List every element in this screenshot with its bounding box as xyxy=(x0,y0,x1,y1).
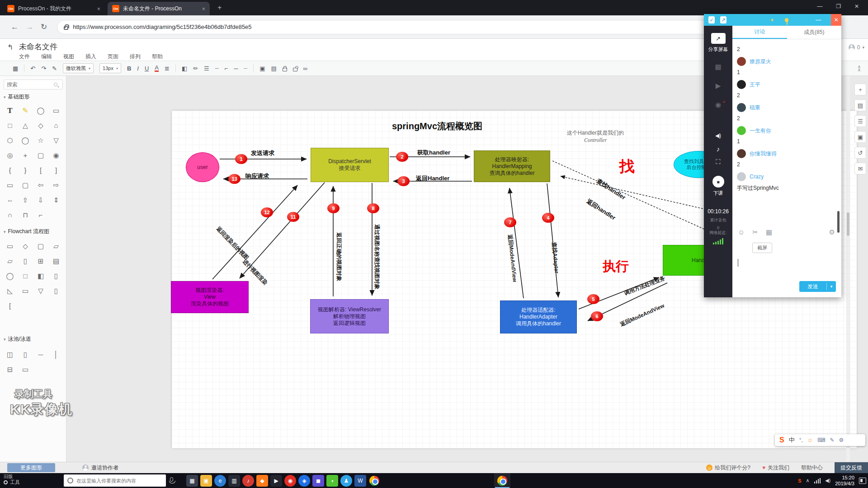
shape-cell[interactable]: T xyxy=(2,103,18,118)
font-family-select[interactable]: 微软雅黑 ▾ xyxy=(63,63,94,73)
diagram-node-dispatcherservlet[interactable]: DispatcherServlet接受请求 xyxy=(311,148,389,182)
shape-cell[interactable]: } xyxy=(18,163,33,178)
shape-cell[interactable]: □ xyxy=(18,268,33,283)
chat-message-list[interactable]: 2燎原星火1王平2稳重2一生有你1你懂我懂得2Crazy手写过SpringMvc xyxy=(732,41,837,224)
step-circle[interactable]: 7 xyxy=(504,217,516,227)
lock-icon[interactable] xyxy=(283,68,287,71)
keyboard-icon[interactable]: ⌨ xyxy=(817,437,825,443)
send-to-back-icon[interactable]: ▤ xyxy=(271,65,277,72)
unlock-icon[interactable] xyxy=(293,68,297,71)
underline-icon[interactable]: U xyxy=(145,65,149,72)
emoji-icon[interactable]: ☺ xyxy=(738,228,745,236)
step-circle[interactable]: 5 xyxy=(587,294,599,304)
menu-arrange[interactable]: 排列 xyxy=(130,53,141,61)
send-button[interactable]: 发送 ▾ xyxy=(799,281,836,292)
taskbar-app-thunder[interactable]: ◈ xyxy=(298,475,310,487)
taskbar-app-store[interactable]: ▥ xyxy=(228,475,240,487)
format-painter-icon[interactable]: ✎ xyxy=(52,65,57,72)
diagram-node-handleradapter[interactable]: 处理器适配器:HandlerAdapter调用具体的handler xyxy=(500,300,577,333)
ime-mode-indicator[interactable]: 中 xyxy=(789,436,795,444)
pages-panel-icon[interactable]: ▣ xyxy=(854,131,866,143)
taskbar-app-chrome-active[interactable] xyxy=(494,473,510,488)
shape-cell[interactable]: ◯ xyxy=(33,103,48,118)
shape-cell[interactable]: □ xyxy=(2,118,18,133)
windows-search-box[interactable] xyxy=(64,474,166,487)
line-color-icon[interactable]: ✏ xyxy=(193,65,198,72)
volume-icon[interactable]: ◀) xyxy=(825,478,830,483)
chat-settings-gear-icon[interactable]: ⚙ xyxy=(829,228,835,236)
window-close-button[interactable]: ✕ xyxy=(854,3,859,9)
action-center-icon[interactable] xyxy=(859,478,866,484)
dashed-line-icon[interactable]: ┈ xyxy=(244,65,247,72)
comment-panel-icon[interactable]: ✉ xyxy=(854,163,866,174)
shape-cell[interactable]: ◎ xyxy=(2,148,18,163)
shape-search-input[interactable] xyxy=(7,81,52,88)
section-pool-lane[interactable]: ▾ 泳池/泳道 xyxy=(4,335,31,343)
tray-chevron-icon[interactable]: ∧ xyxy=(806,478,809,483)
shape-cell[interactable]: ▽ xyxy=(48,133,64,148)
taskbar-app-jd[interactable]: ◉ xyxy=(284,475,296,487)
shape-cell[interactable]: ⇧ xyxy=(18,192,33,207)
invite-collaborator-button[interactable]: 邀请协作者 xyxy=(82,464,118,472)
image-icon[interactable]: ▦ xyxy=(766,228,772,236)
camera-button[interactable]: ◉ xyxy=(704,101,732,109)
shape-cell[interactable]: ] xyxy=(48,163,64,178)
chat-username[interactable]: Crazy xyxy=(750,174,764,180)
solid-line-icon[interactable]: ─ xyxy=(234,65,238,72)
shape-cell[interactable]: ─ xyxy=(33,347,48,362)
font-size-select[interactable]: 13px ▾ xyxy=(99,63,121,73)
diagram-title[interactable]: springMvc流程概览图 xyxy=(387,120,487,132)
italic-icon[interactable]: I xyxy=(137,65,139,72)
share-screen-button[interactable]: ↗ 分享屏幕 xyxy=(704,33,732,53)
url-bar[interactable]: https://www.processon.com/diagraming/5c1… xyxy=(57,20,813,34)
close-tab-icon[interactable]: × xyxy=(202,5,205,12)
shape-cell[interactable]: ⇔ xyxy=(2,192,18,207)
shape-cell[interactable]: [ xyxy=(2,298,18,313)
chat-username[interactable]: 稳重 xyxy=(750,104,760,112)
shape-cell[interactable]: ▯ xyxy=(48,268,64,283)
rate-us-link[interactable]: ☺ 给我们评个分? xyxy=(706,464,750,472)
settings-gear-icon[interactable]: ⚙ xyxy=(839,437,844,443)
shape-cell[interactable]: ▤ xyxy=(48,253,64,268)
windows-search-input[interactable] xyxy=(76,478,158,483)
redo-icon[interactable]: ↷ xyxy=(41,65,46,72)
shape-cell[interactable]: ▢ xyxy=(33,148,48,163)
diagram-node-view-renderer[interactable]: 视图渲染器:View渲染具体的视图 xyxy=(171,281,249,313)
punctuation-icon[interactable]: °, xyxy=(799,437,803,443)
annotation-execute[interactable]: 执行 xyxy=(603,258,629,276)
reload-icon[interactable]: ↻ xyxy=(41,22,47,32)
microphone-icon[interactable] xyxy=(170,477,173,482)
shape-search-box[interactable] xyxy=(4,80,63,89)
overlay-close-icon[interactable]: ✕ xyxy=(831,14,841,26)
speaker-button[interactable]: ◀) xyxy=(704,132,732,139)
shape-cell[interactable]: ◯ xyxy=(2,268,18,283)
taskbar-app-task-view[interactable]: ▦ xyxy=(186,475,198,487)
edge-label[interactable]: 发送请求 xyxy=(251,149,274,157)
step-circle[interactable]: 11 xyxy=(287,212,299,222)
shape-cell[interactable]: ◇ xyxy=(18,239,33,253)
taskbar-app-qq[interactable]: ♟ xyxy=(340,475,352,487)
shape-cell[interactable]: ⌐ xyxy=(33,207,48,222)
shape-cell[interactable]: ◇ xyxy=(33,118,48,133)
menu-help[interactable]: 帮助 xyxy=(152,53,163,61)
undo-icon[interactable]: ↶ xyxy=(30,65,35,72)
collapse-toolbar-icon[interactable]: ∧∧ xyxy=(858,65,861,71)
taskbar-app-word[interactable]: W xyxy=(354,475,366,487)
bold-icon[interactable]: B xyxy=(127,65,131,72)
sogou-logo-icon[interactable]: S xyxy=(779,436,784,444)
menu-view[interactable]: 视图 xyxy=(63,53,74,61)
chat-scrollbar[interactable] xyxy=(837,211,840,233)
line-width-icon[interactable]: ☰ xyxy=(204,65,209,72)
taskbar-clock[interactable]: 15:20 2019/4/3 xyxy=(835,475,854,487)
record-button-icon[interactable] xyxy=(4,480,8,484)
shape-cell[interactable]: ◉ xyxy=(48,148,64,163)
shape-cell[interactable]: ▢ xyxy=(18,178,33,192)
shape-cell[interactable]: △ xyxy=(18,118,33,133)
shape-cell[interactable]: ▱ xyxy=(2,253,18,268)
emoji-icon[interactable]: ☺ xyxy=(807,437,813,443)
align-icon[interactable]: ≣ xyxy=(165,65,170,72)
diagram-node-handlermapping[interactable]: 处理器映射器:HandlerMapping查询具体的handler xyxy=(474,150,550,182)
browser-tab-current[interactable]: On 未命名文件 - ProcessOn × xyxy=(108,2,210,15)
forward-icon[interactable]: → xyxy=(26,23,33,32)
taskbar-app-chrome[interactable] xyxy=(368,475,380,487)
